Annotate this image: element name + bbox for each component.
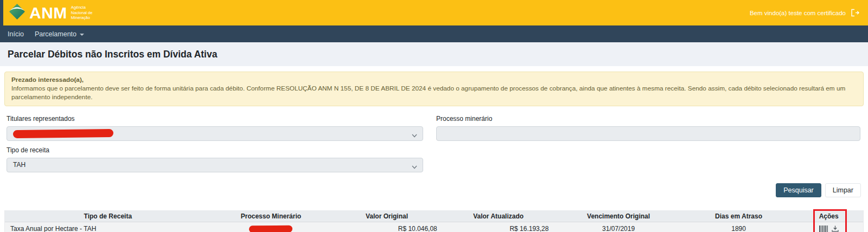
logo-subtitle-line: Mineração — [71, 15, 93, 21]
welcome-text: Bem vindo(a) teste com certificado — [750, 10, 846, 16]
cell-acoes — [794, 222, 863, 232]
cell-valor-original: R$ 10.046,08 — [331, 222, 443, 232]
alert-message: Informamos que o parcelamento deve ser f… — [11, 85, 857, 102]
warning-alert: Prezado interessado(a), Informamos que o… — [4, 72, 864, 106]
title-band: Parcelar Débitos não Inscritos em Dívida… — [0, 42, 868, 66]
tipo-receita-select[interactable]: TAH — [7, 158, 423, 172]
col-header-acoes: Ações — [794, 210, 863, 222]
filter-form: Titulares representados Tipo de receita … — [0, 106, 868, 178]
app-window: ANM Agência Nacional de Mineração Bem vi… — [0, 0, 868, 232]
logo-subtitle: Agência Nacional de Mineração — [71, 5, 93, 21]
main-navbar: Início Parcelamento — [0, 25, 868, 42]
tipo-receita-label: Tipo de receita — [7, 146, 423, 154]
col-header-vencimento-original: Vencimento Original — [554, 210, 682, 222]
cell-tipo-receita: Taxa Anual por Hectare - TAH — [5, 222, 211, 232]
nav-item-label: Início — [8, 30, 24, 38]
caret-down-icon — [80, 34, 84, 36]
logo-subtitle-line: Nacional de — [71, 10, 93, 16]
col-header-valor-atualizado: Valor Atualizado — [443, 210, 554, 222]
form-actions: Pesquisar Limpar — [0, 178, 868, 197]
pesquisar-button[interactable]: Pesquisar — [776, 183, 821, 197]
nav-item-parcelamento[interactable]: Parcelamento — [35, 30, 84, 38]
table-header-row: Tipo de Receita Processo Minerário Valor… — [5, 210, 863, 222]
limpar-button[interactable]: Limpar — [825, 183, 861, 197]
logo-subtitle-line: Agência — [71, 5, 93, 10]
cell-processo-minerario — [211, 222, 331, 232]
table-row: Taxa Anual por Hectare - TAH R$ 10.046,0… — [5, 222, 863, 232]
col-header-processo-minerario: Processo Minerário — [211, 210, 331, 222]
logout-icon[interactable] — [851, 9, 859, 17]
cell-vencimento-original: 31/07/2019 — [554, 222, 682, 232]
chevron-down-icon — [412, 132, 417, 139]
chevron-down-icon — [412, 163, 417, 171]
processo-minerario-input[interactable] — [436, 126, 860, 141]
col-header-tipo-receita: Tipo de Receita — [5, 210, 211, 222]
col-header-valor-original: Valor Original — [331, 210, 443, 222]
col-header-dias-em-atraso: Dias em Atraso — [683, 210, 795, 222]
redaction-scribble — [249, 225, 292, 232]
nav-item-inicio[interactable]: Início — [8, 30, 24, 38]
processo-minerario-label: Processo minerário — [436, 115, 860, 123]
nav-item-label: Parcelamento — [35, 30, 76, 38]
download-icon[interactable] — [832, 225, 839, 232]
cell-dias-em-atraso: 1890 — [683, 222, 795, 232]
top-header-bar: ANM Agência Nacional de Mineração Bem vi… — [0, 0, 868, 25]
results-table: Tipo de Receita Processo Minerário Valor… — [5, 210, 863, 232]
results-table-wrap: Tipo de Receita Processo Minerário Valor… — [4, 210, 864, 232]
page-title: Parcelar Débitos não Inscritos em Dívida… — [8, 49, 860, 60]
anm-diamond-logo-icon — [9, 3, 25, 22]
anm-logo: ANM Agência Nacional de Mineração — [9, 3, 92, 22]
titulares-label: Titulares representados — [7, 115, 423, 123]
logo-text: ANM — [29, 5, 67, 21]
redaction-scribble — [13, 129, 113, 138]
alert-greeting: Prezado interessado(a), — [11, 76, 857, 85]
cell-valor-atualizado: R$ 16.193,28 — [443, 222, 554, 232]
tipo-receita-value: TAH — [13, 161, 25, 169]
barcode-icon[interactable] — [819, 225, 828, 232]
titulares-select[interactable] — [7, 126, 423, 141]
